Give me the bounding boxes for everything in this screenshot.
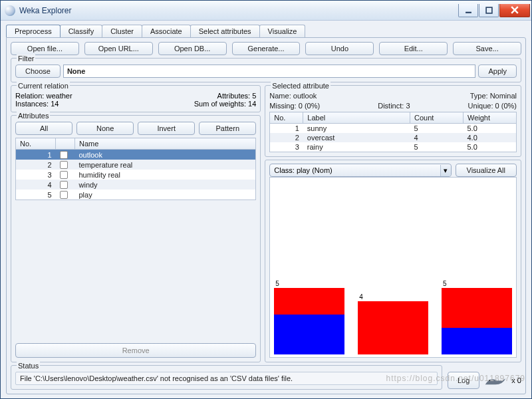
histogram-bar[interactable]: 4 bbox=[358, 293, 428, 354]
bar-count-label: 4 bbox=[359, 293, 428, 301]
relation-attributes: 5 bbox=[252, 92, 256, 100]
filter-value[interactable]: None bbox=[63, 65, 476, 78]
svg-rect-1 bbox=[486, 7, 492, 13]
attribute-row[interactable]: 4windy bbox=[16, 180, 256, 190]
bar-segment-no bbox=[358, 301, 428, 354]
attribute-checkbox[interactable] bbox=[60, 191, 68, 199]
bar-count-label: 5 bbox=[443, 280, 512, 287]
sa-name: outlook bbox=[293, 92, 317, 100]
relation-sumweights: 14 bbox=[248, 100, 256, 108]
histogram-bar[interactable]: 5 bbox=[442, 280, 512, 354]
bar-count-label: 5 bbox=[275, 280, 344, 287]
client-area: PreprocessClassifyClusterAssociateSelect… bbox=[1, 21, 531, 398]
sa-distinct: 3 bbox=[406, 102, 410, 110]
file-toolbar: Open file... Open URL... Open DB... Gene… bbox=[11, 42, 521, 55]
tab-visualize[interactable]: Visualize bbox=[259, 25, 306, 37]
log-button[interactable]: Log bbox=[448, 372, 479, 389]
bar-segment-yes bbox=[442, 328, 512, 354]
attributes-panel: Attributes All None Invert Pattern No. bbox=[11, 115, 261, 362]
tab-bar: PreprocessClassifyClusterAssociateSelect… bbox=[1, 21, 531, 37]
tab-select-attributes[interactable]: Select attributes bbox=[190, 25, 260, 37]
sa-missing: 0 (0%) bbox=[299, 102, 320, 110]
attr-pattern-button[interactable]: Pattern bbox=[199, 122, 256, 135]
sa-unique: 0 (0%) bbox=[495, 102, 517, 110]
attributes-table[interactable]: No. Name 1outlook2temperature real3humid… bbox=[15, 138, 256, 200]
app-icon bbox=[5, 5, 15, 16]
open-url-button[interactable]: Open URL... bbox=[84, 42, 153, 55]
save-button[interactable]: Save... bbox=[453, 42, 521, 55]
status-message: File 'C:\Users\lenovo\Desktop\weather.cs… bbox=[15, 372, 438, 385]
undo-button[interactable]: Undo bbox=[305, 42, 374, 55]
histogram-bar[interactable]: 5 bbox=[274, 280, 344, 354]
attr-invert-button[interactable]: Invert bbox=[138, 122, 195, 135]
weka-bird-icon bbox=[483, 373, 507, 388]
tab-preprocess[interactable]: Preprocess bbox=[6, 25, 61, 37]
attribute-row[interactable]: 2temperature real bbox=[16, 160, 256, 170]
attribute-row[interactable]: 1outlook bbox=[16, 150, 256, 160]
class-selector[interactable]: Class: play (Nom) ▾ bbox=[269, 164, 451, 177]
selected-attribute-table[interactable]: No. Label Count Weight 1sunny55.02overca… bbox=[269, 112, 517, 152]
current-relation-panel: Current relation Relation: weather Attri… bbox=[11, 85, 261, 112]
attribute-histogram[interactable]: 545 bbox=[269, 177, 517, 358]
svg-point-4 bbox=[489, 380, 490, 381]
tab-cluster[interactable]: Cluster bbox=[102, 25, 142, 37]
titlebar[interactable]: Weka Explorer bbox=[1, 1, 531, 21]
dropdown-caret-icon: ▾ bbox=[440, 165, 451, 176]
open-file-button[interactable]: Open file... bbox=[11, 42, 79, 55]
value-row[interactable]: 2overcast44.0 bbox=[270, 133, 517, 142]
tab-classify[interactable]: Classify bbox=[60, 25, 103, 37]
bar-segment-yes bbox=[274, 315, 344, 354]
attribute-row[interactable]: 3humidity real bbox=[16, 170, 256, 180]
attr-all-button[interactable]: All bbox=[15, 122, 72, 135]
relation-instances: 14 bbox=[51, 100, 59, 108]
visualize-all-button[interactable]: Visualize All bbox=[456, 164, 517, 177]
attribute-checkbox[interactable] bbox=[60, 171, 68, 179]
value-row[interactable]: 3rainy55.0 bbox=[270, 142, 517, 152]
idle-count: x 0 bbox=[511, 376, 521, 384]
maximize-button[interactable] bbox=[479, 4, 499, 17]
attribute-checkbox[interactable] bbox=[60, 181, 68, 189]
visualization-panel: Class: play (Nom) ▾ Visualize All 545 bbox=[265, 160, 521, 362]
attr-none-button[interactable]: None bbox=[76, 122, 134, 135]
status-panel: Status File 'C:\Users\lenovo\Desktop\wea… bbox=[11, 365, 442, 390]
edit-button[interactable]: Edit... bbox=[379, 42, 448, 55]
value-row[interactable]: 1sunny55.0 bbox=[270, 124, 517, 134]
attribute-checkbox[interactable] bbox=[60, 161, 68, 169]
filter-panel: Filter Choose None Apply bbox=[11, 58, 521, 82]
remove-attribute-button[interactable]: Remove bbox=[15, 343, 256, 358]
filter-legend: Filter bbox=[17, 55, 35, 63]
attribute-checkbox[interactable] bbox=[60, 151, 68, 159]
bar-segment-no bbox=[442, 288, 512, 328]
tab-associate[interactable]: Associate bbox=[142, 25, 191, 37]
tab-panel-preprocess: Open file... Open URL... Open DB... Gene… bbox=[6, 37, 526, 394]
relation-name: weather bbox=[46, 92, 72, 100]
filter-choose-button[interactable]: Choose bbox=[15, 65, 61, 78]
filter-apply-button[interactable]: Apply bbox=[478, 65, 517, 78]
selected-attribute-panel: Selected attribute Name: outlook Type: N… bbox=[265, 85, 521, 157]
generate-button[interactable]: Generate... bbox=[232, 42, 301, 55]
close-button[interactable] bbox=[499, 4, 530, 17]
open-db-button[interactable]: Open DB... bbox=[158, 42, 227, 55]
sa-type: Nominal bbox=[490, 92, 517, 100]
app-window: Weka Explorer PreprocessClassifyClusterA… bbox=[0, 0, 532, 399]
bar-segment-no bbox=[274, 288, 344, 315]
window-title: Weka Explorer bbox=[19, 6, 458, 15]
window-controls bbox=[458, 4, 530, 17]
attribute-row[interactable]: 5play bbox=[16, 190, 256, 200]
minimize-button[interactable] bbox=[458, 4, 478, 17]
